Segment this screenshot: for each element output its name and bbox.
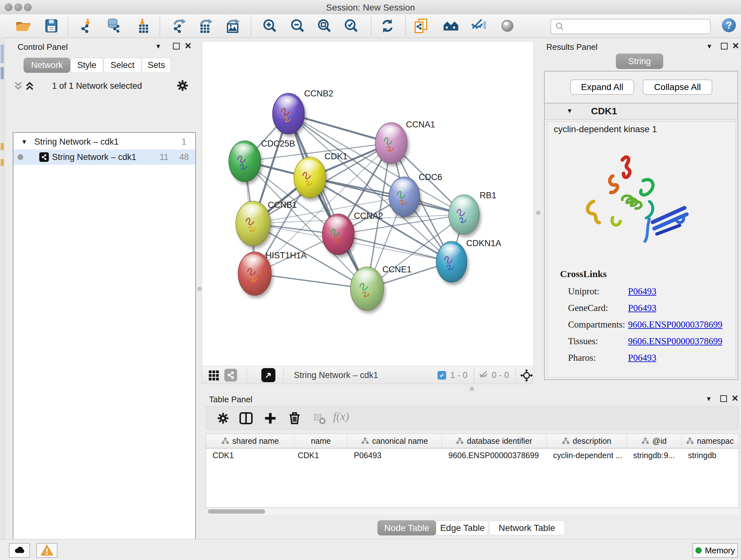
- network-node-CDC6[interactable]: CDC6: [389, 172, 442, 216]
- panel-float-icon[interactable]: [721, 43, 728, 50]
- panel-close-icon[interactable]: ✕: [731, 393, 739, 403]
- open-in-window-icon[interactable]: [261, 368, 275, 382]
- genecard-link[interactable]: P06493: [628, 300, 723, 316]
- horizontal-splitter-handle[interactable]: [470, 387, 474, 391]
- network-node-CDK1[interactable]: CDK1: [294, 152, 347, 198]
- save-session-button[interactable]: [43, 17, 60, 34]
- add-column-icon[interactable]: [263, 411, 277, 425]
- left-edge-strip: [0, 38, 5, 539]
- node-label: RB1: [480, 191, 496, 200]
- grid-view-icon[interactable]: [208, 370, 219, 381]
- column-header[interactable]: shared name: [206, 434, 294, 448]
- zoom-fit-button[interactable]: [316, 17, 333, 34]
- network-node-CDKN1A[interactable]: CDKN1A: [436, 239, 501, 282]
- zoom-in-button[interactable]: [262, 17, 278, 34]
- import-table-file-button[interactable]: [133, 17, 150, 34]
- network-node-RB1[interactable]: RB1: [449, 191, 496, 234]
- uniprot-link[interactable]: P06493: [628, 283, 723, 300]
- apply-layout-button[interactable]: [379, 17, 396, 34]
- tissues-link[interactable]: 9606.ENSP00000378699: [628, 333, 723, 349]
- panel-menu-caret-icon[interactable]: ▼: [155, 43, 161, 50]
- network-node-HIST1H1A[interactable]: HIST1H1A: [238, 251, 307, 295]
- panel-menu-caret-icon[interactable]: ▼: [705, 395, 712, 402]
- expand-all-button[interactable]: Expand All: [570, 79, 634, 95]
- show-graphics-details-button[interactable]: [499, 17, 516, 34]
- tab-style[interactable]: Style: [70, 58, 104, 73]
- column-type-icon: [221, 437, 229, 445]
- show-all-networks-button[interactable]: [443, 17, 459, 34]
- compartments-link[interactable]: 9606.ENSP00000378699: [628, 316, 723, 333]
- collapse-all-icon[interactable]: [13, 80, 23, 91]
- cloud-status-button[interactable]: [9, 543, 30, 558]
- tab-network[interactable]: Network: [23, 58, 70, 73]
- network-node-CCNE1[interactable]: CCNE1: [350, 265, 412, 310]
- table-row[interactable]: CDK1 CDK1 P06493 9606.ENSP00000378699 cy…: [206, 449, 738, 462]
- annotation-button[interactable]: [413, 17, 429, 34]
- left-splitter-handle[interactable]: [198, 287, 202, 291]
- open-folder-icon: [16, 18, 31, 34]
- toolbar-separator: [247, 368, 247, 382]
- tab-network-table[interactable]: Network Table: [489, 520, 565, 536]
- entry-collapse-caret-icon[interactable]: ▼: [566, 107, 573, 115]
- selected-checkbox-icon[interactable]: [437, 371, 446, 380]
- network-canvas[interactable]: CCNB2CCNA1CDC25BCDK1CDC6RB1CCNB1CCNA2CDK…: [202, 41, 534, 367]
- network-tree-row-selected[interactable]: String Network – cdk1 11 48: [13, 149, 195, 165]
- delete-column-icon[interactable]: [287, 411, 301, 425]
- network-node-CCNB1[interactable]: CCNB1: [236, 200, 297, 246]
- export-table-button[interactable]: [198, 17, 214, 34]
- column-header[interactable]: canonical name: [347, 434, 442, 448]
- column-header[interactable]: database identifier: [442, 434, 547, 448]
- split-column-icon[interactable]: [239, 411, 253, 425]
- entry-header[interactable]: ▼ CDK1: [545, 104, 738, 120]
- collapse-all-button[interactable]: Collapse All: [643, 79, 712, 95]
- open-session-button[interactable]: [15, 17, 31, 34]
- warning-status-button[interactable]: [37, 543, 57, 558]
- table-header-row: shared name name canonical name database…: [206, 434, 738, 449]
- import-network-file-button[interactable]: [79, 17, 95, 34]
- gear-icon[interactable]: [176, 79, 189, 92]
- node-label: CCNE1: [382, 265, 412, 274]
- import-network-database-button[interactable]: [106, 17, 122, 34]
- crosslinks-title: CrossLinks: [560, 268, 607, 279]
- column-header[interactable]: description: [547, 434, 627, 448]
- gear-icon[interactable]: [217, 412, 229, 425]
- tab-edge-table[interactable]: Edge Table: [436, 520, 489, 536]
- tab-select[interactable]: Select: [104, 58, 142, 73]
- results-actions-box: Expand All Collapse All: [544, 71, 738, 104]
- panel-close-icon[interactable]: ✕: [732, 41, 739, 51]
- column-header[interactable]: namespac: [682, 434, 738, 448]
- tab-node-table[interactable]: Node Table: [378, 520, 436, 536]
- horizontal-scrollbar[interactable]: [206, 508, 739, 515]
- help-button[interactable]: ?: [721, 17, 737, 34]
- hide-selected-button[interactable]: [470, 17, 487, 34]
- search-input[interactable]: [567, 21, 705, 32]
- column-header[interactable]: name: [294, 434, 347, 448]
- tab-string[interactable]: String: [616, 54, 663, 69]
- zoom-out-button[interactable]: [289, 17, 306, 34]
- delete-table-icon[interactable]: [313, 412, 326, 425]
- share-view-icon[interactable]: [224, 369, 237, 381]
- tab-sets[interactable]: Sets: [142, 58, 171, 73]
- panel-menu-caret-icon[interactable]: ▼: [706, 43, 713, 50]
- database-icon: [106, 18, 122, 34]
- tree-expand-caret-icon[interactable]: ▼: [21, 138, 27, 145]
- function-builder-icon[interactable]: f(x): [333, 410, 349, 423]
- zoom-selected-button[interactable]: [343, 17, 360, 34]
- column-header[interactable]: @id: [627, 434, 682, 448]
- export-network-button[interactable]: [172, 17, 188, 34]
- network-tree-root-row[interactable]: ▼ String Network – cdk1 1: [13, 134, 195, 149]
- hidden-eye-icon[interactable]: [478, 370, 489, 381]
- hidden-node-edge-count: 0 - 0: [492, 370, 509, 380]
- panel-close-icon[interactable]: ✕: [185, 41, 192, 51]
- crosshair-icon[interactable]: [520, 369, 533, 382]
- panel-float-icon[interactable]: [720, 395, 727, 402]
- help-icon: ?: [721, 17, 737, 33]
- export-image-button[interactable]: [225, 17, 242, 34]
- panel-float-icon[interactable]: [173, 43, 180, 50]
- memory-button[interactable]: Memory: [692, 543, 738, 558]
- scrollbar-thumb[interactable]: [208, 509, 265, 514]
- column-type-icon: [456, 437, 464, 445]
- pharos-link[interactable]: P06493: [628, 349, 723, 366]
- houses-icon: [443, 18, 459, 34]
- expand-all-icon[interactable]: [24, 80, 35, 91]
